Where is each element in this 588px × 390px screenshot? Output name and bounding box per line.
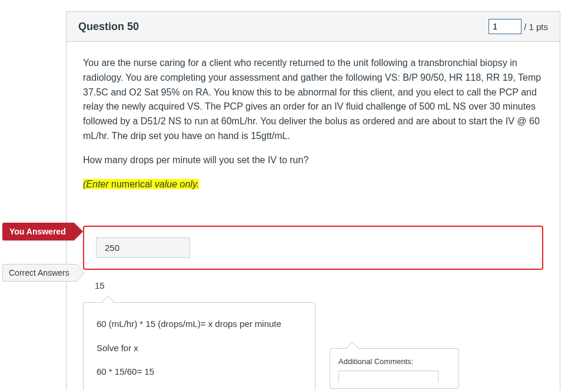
student-answer-value: 250 xyxy=(96,237,190,258)
explanation-line-1: 60 (mL/hr) * 15 (drops/mL)= x drops per … xyxy=(97,316,302,333)
points-suffix: / 1 pts xyxy=(524,22,548,32)
points-area: / 1 pts xyxy=(489,19,548,34)
question-hint: (Enter numerical value only. xyxy=(83,177,543,192)
correct-answers-label: Correct Answers xyxy=(9,268,69,277)
question-title: Question 50 xyxy=(78,21,139,33)
additional-comments-input[interactable] xyxy=(338,371,438,382)
explanation-line-3: 60 * 15/60= 15 xyxy=(97,363,302,381)
correct-answers-flag: Correct Answers xyxy=(2,264,77,282)
explanation-line-2: Solve for x xyxy=(97,340,302,357)
hint-part-b: value only. xyxy=(155,179,199,189)
you-answered-label: You Answered xyxy=(9,227,66,236)
correct-answer-value: 15 xyxy=(83,280,105,290)
you-answered-flag: You Answered xyxy=(2,223,74,240)
points-input[interactable] xyxy=(489,19,521,34)
student-answer-frame: 250 xyxy=(83,226,543,270)
hint-part-plain: numerical xyxy=(109,179,155,189)
question-container: Question 50 / 1 pts You are the nurse ca… xyxy=(66,11,560,390)
question-text-1: You are the nurse caring for a client wh… xyxy=(83,56,543,144)
hint-part-a: (Enter xyxy=(83,179,109,189)
correct-answer-row: 15 xyxy=(83,280,543,290)
question-text-2: How many drops per minute will you set t… xyxy=(83,153,543,168)
question-body: You are the nurse caring for a client wh… xyxy=(67,42,560,211)
additional-comments-label: Additional Comments: xyxy=(338,357,450,366)
additional-comments-panel: Additional Comments: xyxy=(330,348,459,389)
question-header: Question 50 / 1 pts xyxy=(67,12,560,42)
explanation-box: 60 (mL/hr) * 15 (drops/mL)= x drops per … xyxy=(83,302,315,390)
student-answer-zone: 250 xyxy=(83,226,543,270)
